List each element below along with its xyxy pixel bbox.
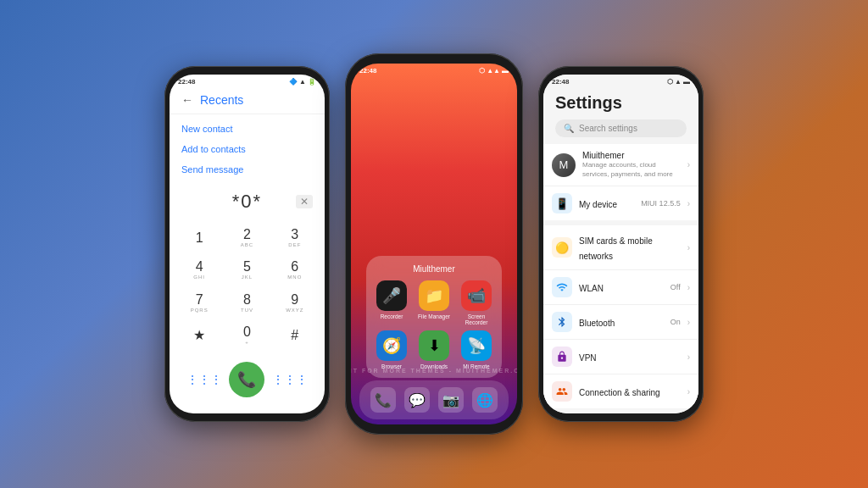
search-placeholder: Search settings	[579, 124, 637, 133]
dock-messages[interactable]: 💬	[404, 387, 430, 413]
search-icon: 🔍	[564, 124, 574, 133]
signal-icon: ▲	[299, 78, 306, 86]
call-button[interactable]: 📞	[229, 362, 264, 397]
phone1-wrapper: 22:48 🔷 ▲ 🔋 ← Recents New contact Add to…	[164, 66, 330, 422]
wlan-text: WLAN	[579, 280, 664, 295]
key-hash[interactable]: #	[272, 320, 318, 351]
phone1-status-icons: 🔷 ▲ 🔋	[289, 78, 316, 86]
wlan-item[interactable]: WLAN Off ›	[543, 270, 698, 305]
connection-item[interactable]: Connection & sharing ›	[543, 374, 698, 408]
vpn-chevron: ›	[687, 352, 690, 362]
vpn-item[interactable]: VPN ›	[543, 340, 698, 374]
watermark: VISIT FOR MORE THEMES - MIUITHEMER.COM	[351, 368, 517, 374]
key-2[interactable]: 2ABC	[224, 223, 270, 253]
phone2-wrapper: 22:48 ⬡ ▲▲ ▬ Miulthemer 🎤 Recorder 📁	[345, 53, 523, 435]
phone2-frame: 22:48 ⬡ ▲▲ ▬ Miulthemer 🎤 Recorder 📁	[345, 53, 523, 435]
bt2-icon: ⬡	[667, 78, 673, 86]
bt-icon: ⬡	[479, 67, 485, 75]
battery2-icon: ▬	[683, 78, 690, 86]
key-9[interactable]: 9WXYZ	[272, 288, 318, 319]
key-7[interactable]: 7PQRS	[176, 288, 222, 319]
search-bar[interactable]: 🔍 Search settings	[555, 119, 687, 137]
back-arrow-icon[interactable]: ←	[181, 93, 193, 107]
phone1-time: 22:48	[178, 78, 195, 86]
dialer-clear-button[interactable]: ✕	[296, 195, 313, 208]
wlan-value: Off	[670, 283, 681, 291]
add-to-contacts-link[interactable]: Add to contacts	[181, 140, 313, 158]
app-browser[interactable]: 🧭 Browser	[373, 330, 410, 369]
phone1-frame: 22:48 🔷 ▲ 🔋 ← Recents New contact Add to…	[164, 66, 330, 422]
home-folder[interactable]: Miulthemer 🎤 Recorder 📁 File Manager 📹 S…	[366, 256, 502, 378]
contacts-icon[interactable]: ⋮⋮⋮	[272, 373, 308, 386]
phone2-screen: 22:48 ⬡ ▲▲ ▬ Miulthemer 🎤 Recorder 📁	[351, 64, 517, 424]
my-device-icon: 📱	[552, 193, 572, 214]
settings-section-network: 🟡 SIM cards & mobile networks › WLAN	[543, 225, 698, 408]
dialer-pad: 1 2ABC 3DEF 4GHI 5JKL 6MNO 7PQRS 8TUV 9W…	[170, 219, 325, 355]
settings-title: Settings	[555, 93, 687, 113]
account-section: M Miuithemer Manage accounts, cloud serv…	[543, 144, 698, 220]
key-8[interactable]: 8TUV	[224, 288, 270, 319]
battery-icon: 🔋	[308, 78, 316, 86]
wlan-icon	[552, 277, 572, 297]
bluetooth-item[interactable]: Bluetooth On ›	[543, 305, 698, 340]
phone3-time: 22:48	[552, 78, 569, 86]
battery-icon: ▬	[502, 67, 509, 75]
recorder-icon: 🎤	[376, 280, 407, 311]
screenrec-label: Screen Recorder	[458, 313, 495, 325]
account-item[interactable]: M Miuithemer Manage accounts, cloud serv…	[543, 144, 698, 186]
settings-list: M Miuithemer Manage accounts, cloud serv…	[543, 144, 698, 413]
connection-text: Connection & sharing	[579, 384, 681, 399]
new-contact-link[interactable]: New contact	[181, 119, 313, 138]
dialer-title: Recents	[200, 93, 243, 107]
app-downloads[interactable]: ⬇ Downloads	[415, 330, 453, 369]
my-device-chevron: ›	[687, 199, 690, 208]
miremote-icon: 📡	[461, 330, 492, 361]
app-recorder[interactable]: 🎤 Recorder	[373, 280, 410, 325]
signal2-icon: ▲	[675, 78, 682, 86]
wlan-chevron: ›	[687, 283, 690, 292]
sim-item[interactable]: 🟡 SIM cards & mobile networks ›	[543, 225, 698, 270]
app-screenrec[interactable]: 📹 Screen Recorder	[458, 280, 495, 325]
files-icon: 📁	[419, 280, 449, 311]
key-1[interactable]: 1	[176, 223, 222, 253]
phone3-status-icons: ⬡ ▲ ▬	[667, 78, 690, 86]
account-text: Miuithemer Manage accounts, cloud servic…	[582, 151, 681, 179]
send-message-link[interactable]: Send message	[181, 160, 313, 179]
key-4[interactable]: 4GHI	[176, 255, 222, 286]
vpn-text: VPN	[579, 349, 681, 364]
app-miremote[interactable]: 📡 Mi Remote	[458, 330, 495, 369]
my-device-text: My device	[579, 196, 634, 211]
dialer-input-area: *0* ✕	[170, 184, 325, 219]
phone1-screen: 22:48 🔷 ▲ 🔋 ← Recents New contact Add to…	[170, 75, 325, 413]
home-dock: 📞 💬 📷 🌐	[359, 380, 509, 419]
bt-settings-icon	[552, 312, 572, 332]
my-device-item[interactable]: 📱 My device MIUI 12.5.5 ›	[543, 186, 698, 220]
sim-label: SIM cards & mobile networks	[579, 236, 653, 261]
account-avatar: M	[552, 153, 576, 177]
dock-phone[interactable]: 📞	[370, 387, 396, 413]
vpn-icon	[552, 347, 572, 367]
sim-icon: 🟡	[552, 237, 572, 258]
wlan-label: WLAN	[579, 284, 604, 293]
folder-apps: 🎤 Recorder 📁 File Manager 📹 Screen Recor…	[373, 280, 495, 369]
key-5[interactable]: 5JKL	[224, 255, 270, 286]
bluetooth-label: Bluetooth	[579, 319, 615, 328]
account-name: Miuithemer	[582, 151, 681, 160]
key-3[interactable]: 3DEF	[272, 223, 318, 253]
connection-icon	[552, 381, 572, 402]
key-star[interactable]: ★	[176, 320, 222, 351]
dialer-links: New contact Add to contacts Send message	[170, 114, 325, 184]
connection-label: Connection & sharing	[579, 388, 660, 397]
recorder-label: Recorder	[381, 313, 403, 319]
phone1-status-bar: 22:48 🔷 ▲ 🔋	[170, 75, 325, 87]
key-0[interactable]: 0+	[224, 320, 270, 351]
dialpad-icon[interactable]: ⋮⋮⋮	[186, 373, 222, 386]
phone3-wrapper: 22:48 ⬡ ▲ ▬ Settings 🔍 Search settings	[538, 66, 704, 422]
app-files[interactable]: 📁 File Manager	[415, 280, 453, 325]
dock-camera[interactable]: 📷	[438, 387, 464, 413]
phone3-frame: 22:48 ⬡ ▲ ▬ Settings 🔍 Search settings	[538, 66, 704, 422]
dock-browser[interactable]: 🌐	[472, 387, 498, 413]
key-6[interactable]: 6MNO	[272, 255, 318, 286]
dialer-bottom: ⋮⋮⋮ 📞 ⋮⋮⋮	[170, 357, 325, 402]
bluetooth-value: On	[670, 318, 681, 326]
